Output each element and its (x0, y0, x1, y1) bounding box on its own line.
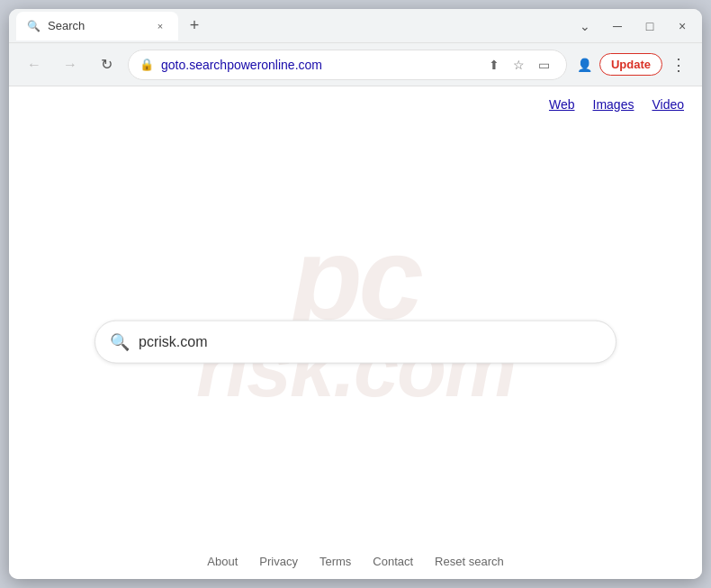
browser-menu-button[interactable]: ⋮ (666, 52, 691, 77)
window-controls: ⌄ ─ □ × (572, 14, 695, 39)
tab-favicon: 🔍 (27, 20, 40, 32)
nav-right: 👤 Update ⋮ (574, 52, 691, 77)
chevron-icon[interactable]: ⌄ (572, 14, 598, 39)
watermark-container: pc risk.com (9, 220, 702, 409)
search-input[interactable] (139, 333, 601, 349)
profile-icon[interactable]: 👤 (574, 54, 596, 76)
footer-reset-search[interactable]: Reset search (435, 555, 504, 568)
update-button[interactable]: Update (599, 53, 662, 76)
address-bar[interactable]: 🔒 goto.searchpoweronline.com ⬆ ☆ ▭ (128, 50, 567, 80)
footer-contact[interactable]: Contact (373, 555, 413, 568)
back-button[interactable]: ← (20, 50, 49, 79)
nav-bar: ← → ↻ 🔒 goto.searchpoweronline.com ⬆ ☆ ▭… (9, 43, 702, 86)
tab-close-button[interactable]: × (153, 19, 167, 33)
nav-link-images[interactable]: Images (593, 97, 634, 112)
tab-title: Search (48, 19, 146, 32)
lock-icon: 🔒 (140, 58, 154, 71)
minimize-button[interactable]: ─ (605, 14, 630, 39)
browser-window: 🔍 Search × + ⌄ ─ □ × ← → ↻ 🔒 goto.search… (9, 9, 702, 579)
tab-bar: 🔍 Search × + (16, 12, 569, 41)
active-tab[interactable]: 🔍 Search × (16, 12, 178, 41)
watermark-text-group: pc risk.com (196, 220, 515, 409)
address-icons: ⬆ ☆ ▭ (483, 54, 555, 76)
page-footer: About Privacy Terms Contact Reset search (9, 555, 702, 568)
search-box[interactable]: 🔍 (94, 320, 616, 363)
close-button[interactable]: × (670, 14, 695, 39)
title-bar: 🔍 Search × + ⌄ ─ □ × (9, 9, 702, 43)
forward-button[interactable]: → (56, 50, 85, 79)
split-icon[interactable]: ▭ (534, 54, 555, 76)
search-icon: 🔍 (110, 331, 130, 351)
bookmark-icon[interactable]: ☆ (508, 54, 530, 76)
search-area: 🔍 (94, 320, 616, 363)
address-text: goto.searchpoweronline.com (161, 58, 476, 72)
page-content: Web Images Video pc risk.com 🔍 (9, 86, 702, 579)
new-tab-button[interactable]: + (182, 14, 207, 39)
footer-privacy[interactable]: Privacy (259, 555, 298, 568)
share-icon[interactable]: ⬆ (483, 54, 505, 76)
watermark-pc: pc (291, 220, 420, 337)
nav-link-video[interactable]: Video (652, 97, 684, 112)
maximize-button[interactable]: □ (637, 14, 662, 39)
page-nav-links: Web Images Video (9, 86, 702, 112)
reload-button[interactable]: ↻ (92, 50, 121, 79)
nav-link-web[interactable]: Web (549, 97, 575, 112)
footer-about[interactable]: About (207, 555, 238, 568)
footer-terms[interactable]: Terms (320, 555, 351, 568)
